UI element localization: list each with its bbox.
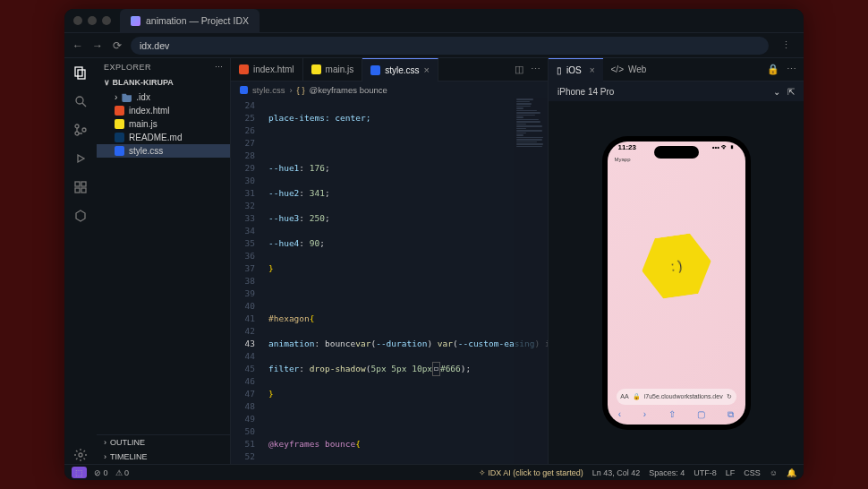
url-input[interactable]: idx.dev (131, 37, 769, 55)
encoding[interactable]: UTF-8 (694, 468, 717, 477)
preview-tab-ios[interactable]: ▯iOS× (549, 58, 603, 82)
tab-main-js[interactable]: main.js (303, 58, 363, 82)
errors-icon[interactable]: ⊘ 0 (94, 468, 108, 477)
phone-time: 11:23 (618, 143, 636, 151)
back-icon[interactable]: ‹ (618, 409, 621, 419)
tree-file-style[interactable]: style.css (97, 144, 230, 158)
phone-icon: ▯ (557, 65, 562, 75)
breadcrumb[interactable]: style.css › { } @keyframes bounce (231, 82, 548, 98)
preview-tabs: ▯iOS× </>Web 🔒 ⋯ (549, 58, 804, 82)
sidebar-bottom: › OUTLINE › TIMELINE (97, 434, 230, 464)
outline-section[interactable]: › OUTLINE (97, 435, 230, 450)
feedback-icon[interactable]: ☺ (770, 468, 778, 477)
lock-icon[interactable]: 🔒 (767, 64, 779, 75)
tab-actions: ◫ ⋯ (507, 64, 548, 75)
svg-rect-11 (81, 188, 86, 193)
tabs-icon[interactable]: ⧉ (728, 409, 734, 420)
line-gutter: 2425262728293031323334353637383940414243… (231, 98, 261, 464)
source-control-icon[interactable] (72, 121, 89, 139)
share-icon[interactable]: ⇧ (668, 409, 676, 419)
chevron-down-icon[interactable]: ⌄ (773, 87, 780, 97)
tree-file-index[interactable]: index.html (97, 104, 230, 117)
timeline-section[interactable]: › TIMELINE (97, 450, 230, 464)
forward-icon[interactable]: › (643, 409, 646, 419)
file-tree: › .idx index.html main.js README.md styl… (97, 89, 230, 159)
indent-setting[interactable]: Spaces: 4 (649, 468, 685, 477)
url-text: idx.dev (140, 40, 169, 51)
settings-icon[interactable] (72, 446, 89, 464)
status-bar: ⬚ ⊘ 0 ⚠ 0 ✧ IDX AI (click to get started… (64, 464, 804, 480)
phone-signal-icon: ••• ᯤ ▮ (712, 143, 735, 151)
phone-frame: 11:23 ••• ᯤ ▮ Myapp : ) AA 🔒 i7u5e.cloud… (602, 136, 751, 430)
svg-point-2 (76, 97, 83, 104)
svg-rect-9 (81, 182, 86, 186)
forward-icon[interactable]: → (91, 39, 104, 52)
back-icon[interactable]: ← (72, 39, 84, 52)
search-icon[interactable] (72, 92, 89, 110)
bell-icon[interactable]: 🔔 (787, 468, 796, 477)
device-selector[interactable]: iPhone 14 Pro ⌄ ⇱ (549, 82, 804, 101)
code-editor[interactable]: 2425262728293031323334353637383940414243… (231, 98, 548, 464)
minimize-window-icon[interactable] (88, 16, 97, 25)
svg-point-12 (79, 453, 82, 457)
reload-icon[interactable]: ⟳ (111, 39, 123, 52)
warnings-icon[interactable]: ⚠ 0 (115, 468, 130, 477)
editor-tabs: index.html main.js style.css× ◫ ⋯ (231, 58, 548, 82)
tree-file-readme[interactable]: README.md (97, 131, 230, 144)
menu-icon[interactable]: ⋮ (776, 39, 796, 51)
phone-toolbar: ‹ › ⇧ ▢ ⧉ (608, 408, 745, 422)
language-mode[interactable]: CSS (744, 468, 761, 477)
svg-rect-8 (75, 182, 80, 186)
js-file-icon (115, 119, 124, 129)
extensions-icon[interactable] (72, 178, 89, 196)
remote-indicator[interactable]: ⬚ (72, 467, 87, 478)
idx-icon[interactable] (72, 207, 89, 225)
project-name[interactable]: ∨ BLANK-KIRUPA (97, 76, 230, 89)
explorer-title: EXPLORER (104, 63, 151, 72)
close-window-icon[interactable] (73, 16, 82, 25)
svg-point-4 (75, 124, 79, 128)
main-area: EXPLORER ⋯ ∨ BLANK-KIRUPA › .idx index.h… (64, 58, 804, 464)
tab-index-html[interactable]: index.html (231, 58, 303, 82)
folder-icon (122, 92, 132, 102)
maximize-window-icon[interactable] (102, 16, 111, 25)
more-tab-icon[interactable]: ⋯ (531, 64, 540, 75)
notch (654, 146, 699, 159)
more-icon[interactable]: ⋯ (787, 64, 796, 75)
debug-icon[interactable] (72, 150, 89, 167)
refresh-icon[interactable]: ↻ (727, 393, 732, 400)
svg-line-3 (82, 103, 86, 107)
browser-tab[interactable]: animation — Project IDX (120, 9, 260, 33)
minimap[interactable] (514, 98, 548, 464)
code-content[interactable]: place-items: center; --hue1: 176; --hue2… (261, 98, 548, 464)
close-tab-icon[interactable]: × (424, 64, 430, 75)
popout-icon[interactable]: ⇱ (787, 87, 795, 97)
css-file-icon (370, 65, 380, 75)
bookmarks-icon[interactable]: ▢ (697, 409, 705, 419)
phone-screen[interactable]: 11:23 ••• ᯤ ▮ Myapp : ) AA 🔒 i7u5e.cloud… (608, 142, 745, 425)
tab-style-css[interactable]: style.css× (362, 58, 438, 82)
close-icon[interactable]: × (590, 65, 595, 75)
svg-rect-1 (78, 70, 85, 79)
preview-actions: 🔒 ⋯ (760, 64, 804, 75)
phone-url-bar[interactable]: AA 🔒 i7u5e.cloudworkstations.dev ↻ (617, 389, 736, 405)
text-size-icon[interactable]: AA (620, 393, 628, 399)
css-file-icon (115, 146, 124, 156)
ai-button[interactable]: ✧ IDX AI (click to get started) (479, 468, 583, 477)
phone-app-label: Myapp (615, 157, 631, 162)
titlebar: animation — Project IDX (64, 9, 804, 33)
eol[interactable]: LF (726, 468, 736, 477)
explorer-icon[interactable] (72, 64, 89, 82)
phone-url-text: i7u5e.cloudworkstations.dev (644, 393, 723, 399)
cursor-position[interactable]: Ln 43, Col 42 (592, 468, 641, 477)
window-controls[interactable] (64, 16, 120, 25)
css-file-icon (240, 86, 248, 94)
activity-bar (64, 58, 97, 464)
split-editor-icon[interactable]: ◫ (515, 64, 523, 75)
tree-folder-idx[interactable]: › .idx (97, 90, 230, 104)
preview-tab-web[interactable]: </>Web (603, 58, 655, 82)
more-icon[interactable]: ⋯ (215, 63, 224, 72)
idx-logo-icon (131, 16, 140, 26)
svg-rect-10 (75, 188, 80, 193)
tree-file-main[interactable]: main.js (97, 117, 230, 131)
